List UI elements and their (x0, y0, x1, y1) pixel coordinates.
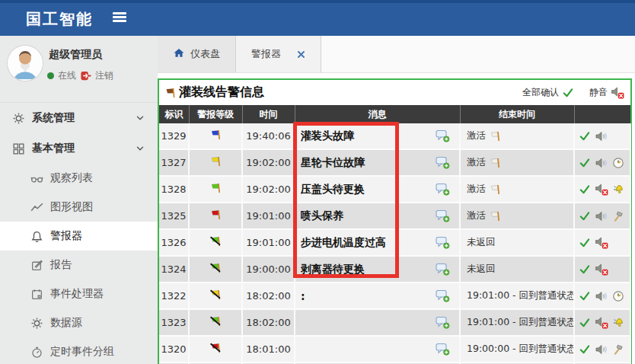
hammer-icon[interactable] (612, 343, 624, 356)
alarm-end-status: 19:00:00 - 回到普通状态 (467, 343, 574, 356)
check-icon[interactable] (579, 184, 591, 195)
alarm-panel-controls: 全部确认 静音 (522, 86, 624, 99)
alarm-row[interactable]: 1320 18:01:00 19:00:00 - 回到普通状态 (159, 336, 630, 362)
alarm-end-status: 激活 (467, 183, 486, 196)
bell-alert-icon[interactable] (612, 317, 625, 329)
check-icon[interactable] (579, 343, 591, 355)
speaker-on-icon[interactable] (595, 157, 608, 169)
alarm-actions-cell (574, 123, 630, 149)
speaker-muted-icon[interactable] (595, 183, 608, 196)
alarm-row[interactable]: 1322 18:02:00: 19:01:00 - 回到普通状态 (159, 283, 630, 309)
alarm-row[interactable]: 1329 19:40:06灌装头故障 激活 (159, 123, 630, 149)
tab-strip: 仪表盘警报器 (158, 36, 635, 73)
add-comment-icon[interactable] (436, 209, 450, 222)
alarm-time: 18:01:00 (242, 336, 295, 362)
tab-1[interactable]: 警报器 (236, 36, 321, 72)
add-comment-icon[interactable] (436, 183, 450, 196)
ack-all-button[interactable]: 全部确认 (522, 86, 574, 99)
ack-all-check-icon[interactable] (562, 87, 574, 98)
add-comment-icon[interactable] (436, 343, 450, 356)
add-comment-icon[interactable] (436, 289, 450, 302)
alarm-row[interactable]: 1325 19:01:00喷头保养 激活 (159, 203, 630, 229)
alarm-flag-icon (164, 87, 177, 99)
add-comment-icon[interactable] (436, 236, 450, 249)
mute-speaker-icon[interactable] (611, 86, 624, 99)
alarm-panel-header: 灌装线告警信息 全部确认 静音 (159, 80, 630, 105)
chevron-down-icon[interactable] (135, 113, 145, 123)
alarm-time: 19:40:06 (242, 123, 295, 149)
alarm-panel-title: 灌装线告警信息 (164, 85, 264, 101)
alarm-message: 步进电机温度过高 (301, 236, 436, 250)
hamburger-menu-icon[interactable] (113, 12, 126, 23)
check-icon[interactable] (579, 263, 591, 275)
sidebar-item-5[interactable]: 报告 (0, 251, 158, 279)
chevron-down-icon[interactable] (135, 143, 145, 154)
speaker-muted-icon[interactable] (595, 263, 608, 276)
bell-alert-icon[interactable] (612, 184, 625, 196)
tab-close-icon[interactable] (297, 50, 305, 59)
alarm-end-cell: 19:01:00 - 回到普通状态 (460, 283, 574, 309)
sidebar-item-6[interactable]: 事件处理器 (0, 279, 158, 308)
flag-red-icon (189, 203, 242, 229)
speaker-on-icon[interactable] (595, 290, 608, 302)
alarm-end-cell: 激活 (460, 203, 574, 229)
sidebar-item-1[interactable]: 基本管理 (0, 133, 158, 164)
alarm-row[interactable]: 1323 18:02:00 19:01:00 - 回到普通状态 (159, 309, 630, 336)
chart-icon (30, 201, 43, 214)
alarm-row[interactable]: 1327 19:02:00星轮卡位故障 激活 (159, 149, 630, 176)
bell-icon (30, 230, 43, 243)
user-status-row: 在线 注销 (47, 69, 113, 82)
online-label: 在线 (58, 69, 76, 82)
check-icon[interactable] (579, 290, 591, 302)
check-icon[interactable] (579, 157, 591, 168)
alarm-time: 19:01:00 (242, 229, 295, 256)
flag-yellow-slash-icon (189, 283, 242, 309)
flag-white-icon (489, 130, 502, 142)
speaker-on-icon[interactable] (595, 210, 608, 222)
sidebar-item-3[interactable]: 图形视图 (0, 193, 158, 222)
hammer-icon[interactable] (612, 210, 624, 222)
check-icon[interactable] (579, 130, 591, 142)
sidebar-item-7[interactable]: 数据源 (0, 308, 158, 337)
sidebar-item-2[interactable]: 观察列表 (0, 164, 158, 193)
clock-icon[interactable] (612, 290, 624, 302)
speaker-on-icon[interactable] (595, 343, 608, 356)
alarm-message-cell (295, 336, 460, 362)
check-icon[interactable] (579, 237, 591, 248)
alarm-id: 1323 (159, 309, 189, 336)
alarm-row[interactable]: 1324 19:00:00剥离器待更换 未返回 (159, 256, 630, 283)
alarm-end-cell: 未返回 (460, 229, 574, 256)
add-comment-icon[interactable] (436, 156, 450, 169)
flag-red-slash-icon (189, 336, 242, 362)
sidebar-item-8[interactable]: 定时事件分组 (0, 337, 158, 364)
alarm-row[interactable]: 1326 19:01:00步进电机温度过高 未返回 (159, 229, 630, 256)
speaker-muted-icon[interactable] (595, 316, 608, 329)
speaker-muted-icon[interactable] (595, 236, 608, 249)
clock-icon[interactable] (612, 157, 624, 169)
speaker-on-icon[interactable] (595, 130, 608, 142)
mute-button[interactable]: 静音 (589, 86, 624, 99)
sidebar-item-0[interactable]: 系统管理 (0, 103, 158, 133)
sidebar-item-label: 定时事件分组 (50, 345, 114, 359)
add-comment-icon[interactable] (436, 263, 450, 276)
add-comment-icon[interactable] (436, 316, 450, 329)
alarm-end-cell: 激活 (460, 176, 574, 203)
tab-0[interactable]: 仪表盘 (158, 36, 236, 72)
alarm-time: 19:00:00 (242, 256, 295, 283)
alarm-message-cell: 喷头保养 (295, 203, 460, 229)
online-dot-icon (47, 72, 54, 79)
avatar (8, 46, 43, 81)
logout-icon[interactable] (80, 70, 91, 81)
check-icon[interactable] (579, 317, 591, 328)
sidebar-item-4[interactable]: 警报器 (0, 222, 158, 251)
alarm-row[interactable]: 1328 19:02:00压盖头待更换 激活 (159, 176, 630, 203)
logout-label[interactable]: 注销 (95, 69, 113, 82)
alarm-table-header: 标识警报等级时间消息结束时间 (159, 105, 630, 123)
sidebar: 超级管理员 在线 注销 系统管理 基本管理 观察列表 图形视图 警报器 报告 (0, 36, 158, 364)
alarm-end-status: 19:01:00 - 回到普通状态 (467, 316, 574, 329)
gear-icon (12, 112, 25, 125)
add-comment-icon[interactable] (436, 129, 450, 142)
alarm-actions-cell (574, 149, 630, 176)
check-icon[interactable] (579, 210, 591, 222)
sidebar-item-label: 报告 (50, 258, 72, 272)
